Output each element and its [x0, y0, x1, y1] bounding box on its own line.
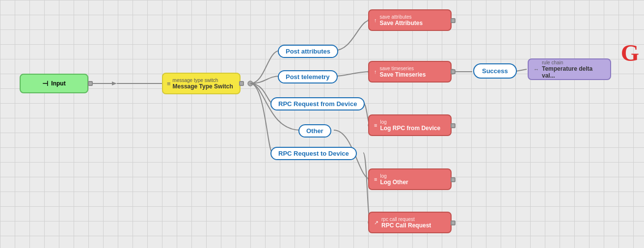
- log-rpc-port: [451, 123, 456, 128]
- rpc-call-request-node[interactable]: ↗ rpc call request RPC Call Request: [368, 212, 452, 233]
- watermark-g: G: [621, 39, 639, 66]
- rule-chain-node[interactable]: ↔ rule chain Temperature delta val...: [528, 58, 611, 80]
- rpc-request-to-node[interactable]: RPC Request to Device: [270, 147, 357, 160]
- input-label: Input: [51, 80, 65, 87]
- log-other-port: [451, 177, 456, 182]
- input-output-port: [88, 81, 93, 86]
- input-icon: ⊣: [42, 80, 48, 87]
- rpc-call-port: [451, 220, 456, 225]
- save-timeseries-icon: ↑: [374, 69, 377, 75]
- log-other-icon: ≡: [374, 176, 377, 182]
- rpc-call-icon: ↗: [374, 220, 378, 226]
- input-node[interactable]: ⊣ Input: [20, 74, 88, 93]
- rpc-request-from-node[interactable]: RPC Request from Device: [270, 97, 365, 110]
- switch-node[interactable]: ≡ message type switch Message Type Switc…: [162, 73, 241, 94]
- switch-name-label: Message Type Switch: [173, 83, 233, 90]
- save-attributes-port: [451, 18, 456, 23]
- save-attributes-icon: ↑: [374, 17, 377, 23]
- success-node[interactable]: Success: [473, 63, 517, 79]
- save-timeseries-port: [451, 69, 456, 74]
- switch-output-port: [239, 81, 244, 86]
- post-telemetry-node[interactable]: Post telemetry: [278, 70, 338, 83]
- save-timeseries-node[interactable]: ↑ save timeseries Save Timeseries: [368, 61, 452, 83]
- switch-type-label: message type switch: [173, 78, 233, 83]
- save-attributes-node[interactable]: ↑ save attributes Save Attributes: [368, 9, 452, 31]
- log-rpc-node[interactable]: ≡ log Log RPC from Device: [368, 114, 452, 136]
- log-other-node[interactable]: ≡ log Log Other: [368, 168, 452, 190]
- log-rpc-icon: ≡: [374, 122, 377, 128]
- switch-icon: ≡: [167, 80, 171, 87]
- other-node[interactable]: Other: [298, 124, 331, 138]
- rule-chain-icon: ↔: [534, 66, 539, 72]
- post-attributes-node[interactable]: Post attributes: [278, 45, 338, 58]
